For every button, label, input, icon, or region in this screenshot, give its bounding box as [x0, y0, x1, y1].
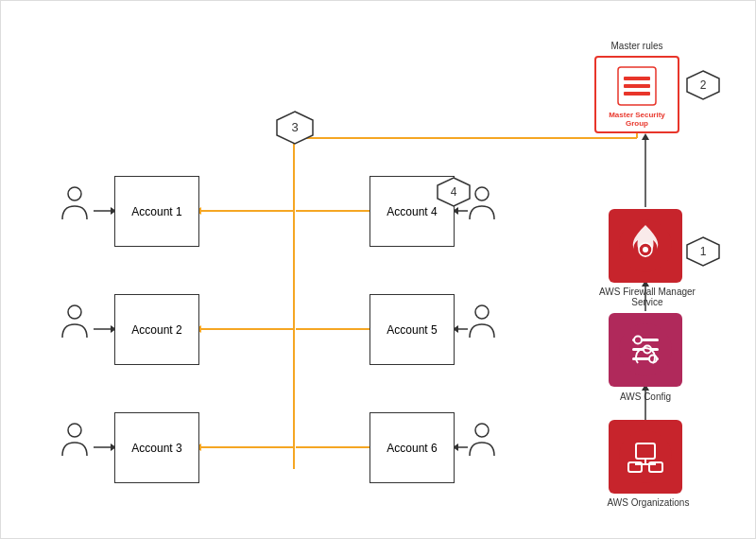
- svg-point-59: [619, 430, 672, 483]
- person-4: [468, 185, 496, 221]
- person-1: [60, 185, 89, 221]
- person-6: [468, 422, 496, 458]
- master-rules-label: Master rules: [594, 41, 679, 51]
- diagram-container: Account 1 Account 2 Account 3 Account 4 …: [0, 0, 756, 539]
- account-2-label: Account 2: [131, 323, 181, 337]
- aws-config-label: AWS Config: [609, 391, 682, 402]
- hexagon-3: 3: [275, 110, 315, 149]
- person-2: [60, 304, 89, 339]
- master-sg-box: Master SecurityGroup: [594, 56, 679, 133]
- svg-marker-30: [642, 133, 649, 140]
- account-5-box: Account 5: [369, 294, 455, 365]
- account-3-box: Account 3: [114, 412, 199, 483]
- aws-firewall-label: AWS Firewall Manager Service: [592, 287, 703, 307]
- aws-config-box: [609, 313, 682, 387]
- account-1-label: Account 1: [131, 205, 181, 218]
- svg-rect-46: [624, 77, 650, 80]
- svg-text:4: 4: [451, 185, 457, 199]
- account-2-box: Account 2: [114, 294, 199, 365]
- aws-firewall-manager-box: [609, 209, 682, 283]
- master-sg-label: Master SecurityGroup: [605, 109, 669, 130]
- account-6-label: Account 6: [387, 442, 437, 455]
- svg-point-32: [68, 305, 81, 319]
- aws-orgs-box: [609, 420, 682, 494]
- account-5-label: Account 5: [387, 323, 437, 337]
- svg-point-56: [634, 337, 642, 344]
- person-3: [60, 422, 89, 458]
- svg-point-34: [475, 187, 489, 200]
- person-5: [468, 304, 496, 339]
- svg-rect-47: [624, 84, 650, 88]
- account-6-box: Account 6: [369, 412, 455, 483]
- svg-text:1: 1: [700, 245, 707, 258]
- account-1-box: Account 1: [114, 176, 199, 247]
- aws-orgs-label: AWS Organizations: [596, 497, 700, 508]
- svg-text:3: 3: [291, 120, 298, 134]
- account-3-label: Account 3: [131, 442, 181, 455]
- svg-point-35: [475, 305, 489, 319]
- svg-point-51: [643, 247, 648, 252]
- svg-point-33: [68, 424, 81, 437]
- svg-point-31: [68, 187, 81, 200]
- hexagon-4: 4: [436, 176, 472, 212]
- account-4-label: Account 4: [387, 205, 437, 218]
- svg-text:2: 2: [700, 78, 707, 92]
- hexagon-2: 2: [685, 69, 721, 105]
- hexagon-1: 1: [685, 235, 721, 271]
- svg-rect-48: [624, 92, 650, 96]
- svg-point-36: [475, 424, 489, 437]
